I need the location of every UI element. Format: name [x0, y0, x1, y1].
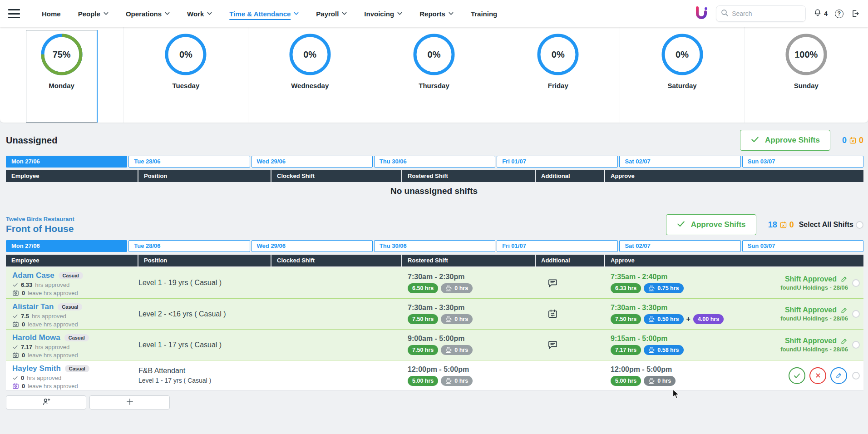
shift-select-radio[interactable]: [852, 279, 860, 287]
clocked-shift-cell: [271, 360, 401, 390]
day-tab-fri[interactable]: Fri 01/07: [497, 240, 618, 252]
nav-item-people[interactable]: People: [78, 10, 108, 18]
worked-hours-pill: 7.17 hrs: [611, 345, 641, 355]
nav-item-label: Reports: [419, 10, 445, 18]
unassigned-day-tabs: Mon 27/06Tue 28/06Wed 29/06Thu 30/06Fri …: [0, 156, 868, 168]
nav-item-invoicing[interactable]: Invoicing: [364, 10, 402, 18]
coffee-icon: [648, 378, 655, 384]
employment-type-badge: Casual: [64, 334, 89, 341]
approve-shifts-button-unassigned[interactable]: Approve Shifts: [740, 130, 830, 151]
progress-ring: 0%: [661, 34, 703, 75]
approve-shift-button[interactable]: [789, 367, 805, 384]
day-gauge-saturday[interactable]: 0%Saturday: [620, 27, 744, 123]
day-tab-mon[interactable]: Mon 27/06: [6, 156, 127, 168]
add-shift-button[interactable]: [89, 395, 170, 409]
employee-name-link[interactable]: Harold Mowa: [12, 333, 60, 342]
reject-shift-button[interactable]: [809, 367, 826, 384]
select-all-radio[interactable]: [856, 221, 863, 229]
week-completion-gauges: 75%Monday0%Tuesday0%Wednesday0%Thursday0…: [0, 27, 868, 123]
nav-item-label: Training: [471, 10, 497, 18]
day-tab-wed[interactable]: Wed 29/06: [252, 240, 373, 252]
day-gauge-thursday[interactable]: 0%Thursday: [372, 27, 496, 123]
day-gauge-monday[interactable]: 75%Monday: [0, 27, 124, 123]
employee-cell: Hayley SmithCasual0hrs approved0leave hr…: [6, 360, 138, 390]
shift-select-radio[interactable]: [852, 310, 860, 318]
coffee-icon: [648, 347, 655, 353]
shift-swap-icon[interactable]: [547, 309, 558, 319]
foundu-logo-icon[interactable]: [695, 6, 709, 21]
notifications-button[interactable]: 4: [813, 8, 828, 19]
gauge-percent: 100%: [785, 34, 827, 75]
nav-item-payroll[interactable]: Payroll: [316, 10, 347, 18]
day-tab-sun[interactable]: Sun 03/07: [742, 240, 863, 252]
chevron-down-icon: [397, 12, 402, 15]
gauge-day-label: Saturday: [667, 82, 696, 89]
nav-item-home[interactable]: Home: [42, 10, 61, 18]
day-tab-mon[interactable]: Mon 27/06: [6, 240, 127, 252]
rostered-time: 12:00pm - 5:00pm: [408, 365, 535, 374]
roster-table-header: EmployeePositionClocked ShiftRostered Sh…: [0, 255, 868, 266]
day-tab-wed[interactable]: Wed 29/06: [252, 156, 373, 168]
employee-name-link[interactable]: Hayley Smith: [12, 364, 61, 373]
employee-name-link[interactable]: Alistair Tan: [12, 302, 54, 311]
day-tab-thu[interactable]: Thu 30/06: [374, 240, 495, 252]
column-header-employee: Employee: [6, 170, 138, 182]
position-secondary: Level 1 - 17 yrs ( Casual ): [138, 377, 271, 384]
position-primary: Level 2 - <16 yrs ( Casual ): [138, 310, 271, 318]
leave-hours-line: 0leave hrs approved: [12, 290, 138, 296]
nav-item-reports[interactable]: Reports: [419, 10, 454, 18]
day-gauge-wednesday[interactable]: 0%Wednesday: [248, 27, 372, 123]
coffee-icon: [445, 285, 452, 291]
shift-select-radio[interactable]: [852, 341, 860, 349]
edit-pencil-icon[interactable]: [840, 306, 848, 314]
break-hours-pill: 0 hrs: [441, 314, 473, 324]
coffee-icon: [445, 316, 452, 322]
add-employee-button[interactable]: [6, 395, 86, 409]
search-input[interactable]: [732, 10, 795, 17]
hamburger-menu-icon[interactable]: [8, 9, 20, 18]
venue-link[interactable]: Twelve Birds Restaurant: [6, 216, 74, 222]
edit-pencil-icon[interactable]: [840, 275, 848, 283]
day-tab-thu[interactable]: Thu 30/06: [374, 156, 495, 168]
additional-cell: [536, 360, 604, 390]
unassigned-title: Unassigned: [6, 135, 57, 146]
check-icon: [750, 135, 760, 146]
day-tab-sun[interactable]: Sun 03/07: [742, 156, 863, 168]
progress-ring: 0%: [413, 34, 455, 75]
search-box[interactable]: [716, 5, 806, 22]
employee-name-link[interactable]: Adam Case: [12, 271, 54, 280]
day-tab-fri[interactable]: Fri 01/07: [497, 156, 618, 168]
nav-item-operations[interactable]: Operations: [126, 10, 170, 18]
break-hours-pill: 0 hrs: [644, 376, 676, 386]
day-tab-tue[interactable]: Tue 28/06: [128, 240, 250, 252]
day-tab-sat[interactable]: Sat 02/07: [619, 156, 740, 168]
day-tab-sat[interactable]: Sat 02/07: [619, 240, 740, 252]
edit-pencil-icon[interactable]: [840, 337, 848, 345]
day-gauge-friday[interactable]: 0%Friday: [496, 27, 620, 123]
nav-item-label: People: [78, 10, 100, 18]
day-tab-tue[interactable]: Tue 28/06: [128, 156, 250, 168]
nav-item-work[interactable]: Work: [187, 10, 212, 18]
help-icon[interactable]: ?: [835, 10, 843, 18]
leave-hours-line: 0leave hrs approved: [12, 383, 138, 390]
approve-status-block: Shift ApprovedfoundU Holdings - 28/06: [780, 306, 860, 322]
coffee-icon: [648, 316, 655, 322]
logout-icon[interactable]: [851, 9, 860, 18]
day-gauge-tuesday[interactable]: 0%Tuesday: [124, 27, 248, 123]
approve-shifts-button-roster[interactable]: Approve Shifts: [666, 214, 756, 235]
day-gauge-sunday[interactable]: 100%Sunday: [745, 27, 868, 123]
approve-shift-block: 7:35am - 2:40pm6.33 hrs0.75 hrs: [605, 273, 684, 293]
approve-cell: 7:35am - 2:40pm6.33 hrs0.75 hrsShift App…: [605, 267, 863, 298]
comment-icon[interactable]: [547, 278, 558, 288]
rostered-pills: 6.50 hrs0 hrs: [408, 283, 535, 293]
approved-time: 12:00pm - 5:00pm: [611, 365, 676, 374]
unassigned-table-header: EmployeePositionClocked ShiftRostered Sh…: [0, 170, 868, 182]
nav-item-time-attendance[interactable]: Time & Attendance: [229, 10, 299, 18]
shift-select-radio[interactable]: [852, 372, 860, 380]
comment-icon[interactable]: [547, 340, 558, 350]
approved-hours-line: 6.33hrs approved: [12, 281, 138, 288]
nav-item-training[interactable]: Training: [471, 10, 497, 18]
edit-shift-button[interactable]: [830, 367, 847, 384]
plus-separator: +: [686, 315, 690, 323]
chevron-down-icon: [294, 12, 299, 15]
